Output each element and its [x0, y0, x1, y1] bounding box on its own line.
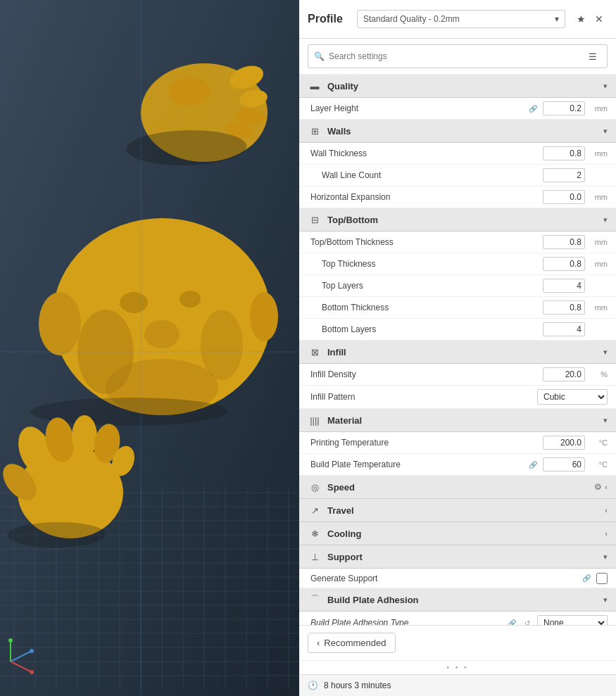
layer-height-input[interactable] [543, 101, 585, 115]
support-icon: ⊥ [308, 550, 322, 564]
profile-label: Profile [308, 13, 350, 25]
section-infill[interactable]: ⊠ Infill ▾ [299, 341, 616, 364]
profile-actions: ★ ✕ [572, 11, 608, 27]
infill-density-unit: % [588, 370, 608, 379]
speed-gear-icon[interactable]: ⚙ [594, 482, 602, 492]
svg-point-57 [30, 649, 34, 653]
section-support[interactable]: ⊥ Support ▾ [299, 545, 616, 569]
section-topbottom[interactable]: ⊟ Top/Bottom ▾ [299, 208, 616, 232]
wall-line-count-input[interactable] [543, 168, 585, 182]
travel-label: Travel [327, 505, 599, 516]
svg-point-41 [39, 292, 81, 355]
bottom-layers-label: Bottom Layers [310, 324, 543, 334]
infill-icon: ⊠ [308, 345, 322, 359]
section-speed[interactable]: ◎ Speed ⚙ ‹ [299, 476, 616, 499]
section-quality[interactable]: ▬ Quality ▾ [299, 75, 616, 98]
svg-point-38 [180, 291, 201, 308]
printing-temp-input[interactable] [543, 436, 585, 450]
bpa-icon: ⌒ [308, 593, 322, 607]
wall-line-count-row: Wall Line Count [299, 165, 616, 186]
material-label: Material [327, 415, 598, 426]
bottom-layers-row: Bottom Layers [299, 319, 616, 341]
search-input[interactable] [329, 51, 577, 61]
build-plate-temp-row: Build Plate Temperature 🔗 °C [299, 454, 616, 476]
profile-value: Standard Quality - 0.2mm [363, 14, 460, 24]
topbottom-thickness-unit: mm [588, 238, 608, 246]
horizontal-expansion-label: Horizontal Expansion [310, 192, 543, 202]
bpa-type-undo-icon[interactable]: ↺ [522, 617, 533, 625]
topbottom-thickness-input[interactable] [543, 235, 585, 249]
bpa-type-label: Build Plate Adhesion Type [310, 618, 506, 625]
profile-header: Profile Standard Quality - 0.2mm ▾ ★ ✕ [299, 0, 616, 39]
bpa-label: Build Plate Adhesion [327, 595, 598, 605]
topbottom-icon: ⊟ [308, 213, 322, 227]
generate-support-label: Generate Support [310, 574, 581, 583]
printing-temp-label: Printing Temperature [310, 438, 543, 448]
generate-support-checkbox[interactable] [596, 573, 608, 584]
section-material[interactable]: |||| Material ▾ [299, 409, 616, 432]
search-icon: 🔍 [314, 51, 325, 61]
quality-label: Quality [327, 81, 598, 91]
infill-density-input[interactable] [543, 367, 585, 381]
speed-icon: ◎ [308, 480, 322, 494]
speed-chevron-icon: ‹ [605, 483, 608, 491]
topbottom-thickness-label: Top/Bottom Thickness [310, 237, 543, 247]
bottom-layers-input[interactable] [543, 322, 585, 336]
top-thickness-label: Top Thickness [310, 259, 543, 269]
build-plate-temp-input[interactable] [543, 457, 585, 472]
top-thickness-input[interactable] [543, 257, 585, 271]
top-layers-input[interactable] [543, 279, 585, 293]
wall-thickness-label: Wall Thickness [310, 148, 543, 158]
wall-thickness-row: Wall Thickness mm [299, 143, 616, 165]
bpa-chevron-icon: ▾ [603, 595, 608, 605]
bottom-thickness-label: Bottom Thickness [310, 303, 543, 312]
build-plate-temp-unit: °C [588, 460, 608, 469]
generate-support-link-icon[interactable]: 🔗 [581, 573, 592, 584]
infill-pattern-row: Infill Pattern Cubic Grid Lines Triangle… [299, 386, 616, 409]
infill-density-label: Infill Density [310, 369, 543, 379]
bottom-thickness-row: Bottom Thickness mm [299, 297, 616, 319]
bottom-thickness-unit: mm [588, 303, 608, 312]
support-label: Support [327, 552, 598, 562]
material-icon: |||| [308, 413, 322, 427]
profile-menu-button[interactable]: ✕ [591, 11, 608, 27]
walls-label: Walls [327, 126, 598, 137]
profile-star-button[interactable]: ★ [572, 11, 589, 27]
section-bpa[interactable]: ⌒ Build Plate Adhesion ▾ [299, 588, 616, 612]
top-layers-label: Top Layers [310, 281, 543, 291]
svg-point-44 [201, 310, 243, 380]
recommended-chevron-icon: ‹ [317, 638, 320, 648]
section-walls[interactable]: ⊞ Walls ▾ [299, 120, 616, 143]
support-chevron-icon: ▾ [603, 552, 608, 562]
top-thickness-unit: mm [588, 260, 608, 268]
cooling-chevron-icon: ‹ [605, 529, 608, 538]
layer-height-label: Layer Height [310, 103, 527, 113]
recommended-button[interactable]: ‹ Recommended [308, 633, 396, 653]
infill-chevron-icon: ▾ [603, 348, 608, 357]
horizontal-expansion-input[interactable] [543, 190, 585, 204]
profile-dropdown[interactable]: Standard Quality - 0.2mm ▾ [357, 10, 565, 28]
settings-content: ▬ Quality ▾ Layer Height 🔗 mm ⊞ Walls ▾ … [299, 75, 616, 625]
svg-point-30 [169, 77, 211, 106]
bpa-type-select[interactable]: None Brim Raft Skirt [537, 615, 608, 625]
3d-viewport[interactable] [0, 0, 299, 696]
bottom-bar: ‹ Recommended [299, 625, 616, 660]
cooling-label: Cooling [327, 529, 599, 539]
settings-menu-icon[interactable]: ☰ [584, 48, 601, 65]
bpa-type-link-icon[interactable]: 🔗 [506, 617, 517, 625]
svg-point-49 [72, 415, 97, 457]
printing-temp-row: Printing Temperature °C [299, 432, 616, 454]
infill-pattern-select[interactable]: Cubic Grid Lines Triangles Gyroid [537, 389, 608, 405]
search-wrap: 🔍 ☰ [308, 44, 608, 68]
section-travel[interactable]: ↗ Travel ‹ [299, 499, 616, 522]
dropdown-chevron-icon: ▾ [555, 14, 559, 24]
infill-label: Infill [327, 347, 598, 358]
dots-bar: • • • [299, 660, 616, 674]
section-cooling[interactable]: ❄ Cooling ‹ [299, 522, 616, 545]
build-plate-temp-link-icon[interactable]: 🔗 [527, 459, 539, 470]
wall-thickness-input[interactable] [543, 146, 585, 160]
layer-height-link-icon[interactable]: 🔗 [527, 103, 539, 114]
horizontal-expansion-unit: mm [588, 193, 608, 201]
layer-height-row: Layer Height 🔗 mm [299, 98, 616, 120]
bottom-thickness-input[interactable] [543, 300, 585, 315]
